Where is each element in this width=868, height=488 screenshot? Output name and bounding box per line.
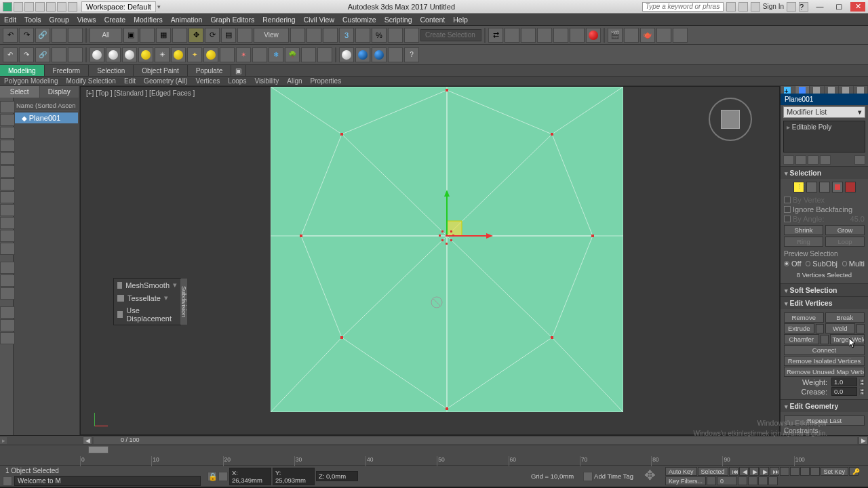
se-tool-13[interactable] xyxy=(0,262,15,274)
rib-sys7[interactable] xyxy=(317,47,332,62)
stack-remove[interactable] xyxy=(820,155,831,165)
lock-icon[interactable]: 🔒 xyxy=(208,472,217,481)
redo-icon[interactable] xyxy=(57,2,66,12)
key-icon[interactable]: 🔑 xyxy=(849,467,859,476)
placement-button[interactable] xyxy=(237,28,252,43)
viewport[interactable]: [+] [Top ] [Standard ] [Edged Faces ] xyxy=(80,86,780,435)
tab-selection[interactable]: Selection xyxy=(89,65,134,76)
se-tool-17[interactable] xyxy=(0,319,15,331)
subdivision-tab[interactable]: Subdivision xyxy=(180,279,187,325)
render-prod-button[interactable]: 🫖 xyxy=(640,28,655,43)
se-tool-18[interactable] xyxy=(0,332,15,344)
se-tool-10[interactable] xyxy=(0,217,15,229)
cmd-tab-motion[interactable] xyxy=(825,86,840,94)
se-tool-15[interactable] xyxy=(0,287,15,300)
shrink-button[interactable]: Shrink xyxy=(784,225,823,235)
rendered-frame-button[interactable] xyxy=(624,28,639,43)
ignore-back-check[interactable]: Ignore Backfacing xyxy=(784,205,865,214)
time-slider[interactable] xyxy=(88,446,108,453)
timeline[interactable]: 010 2030 4050 6070 8090 100 xyxy=(0,445,868,465)
object-name-field[interactable]: Plane001 xyxy=(781,94,868,105)
link-button[interactable]: 🔗 xyxy=(35,28,50,43)
frame-indicator[interactable]: 0 / 100 xyxy=(121,436,140,443)
se-tool-5[interactable] xyxy=(0,152,15,165)
preview-subobj-radio[interactable] xyxy=(806,261,810,266)
signin-link[interactable]: Sign In xyxy=(763,3,784,10)
nav-5[interactable] xyxy=(738,476,747,485)
crease-input[interactable]: 0.0 xyxy=(831,387,857,396)
remove-iso-button[interactable]: Remove Isolated Vertices xyxy=(784,356,865,366)
app-icon[interactable] xyxy=(3,2,12,12)
sub-loops[interactable]: Loops xyxy=(224,77,250,85)
subobj-vertex[interactable] xyxy=(793,182,804,192)
chamfer-settings[interactable] xyxy=(821,335,829,344)
play-start[interactable]: ⏮ xyxy=(729,467,738,476)
sub-align[interactable]: Align xyxy=(283,77,306,85)
rib-render4[interactable] xyxy=(388,47,403,62)
menu-content[interactable]: Content xyxy=(420,16,445,24)
minimize-button[interactable]: — xyxy=(812,2,827,12)
tab-objectpaint[interactable]: Object Paint xyxy=(134,65,187,76)
menu-edit[interactable]: Edit xyxy=(4,16,16,24)
mirror-button[interactable]: ⇄ xyxy=(488,28,503,43)
material-editor-button[interactable] xyxy=(586,28,601,43)
rib-sys1[interactable] xyxy=(220,47,235,62)
rib-redo[interactable]: ↷ xyxy=(19,47,34,62)
track-left[interactable]: ◀ xyxy=(83,436,92,445)
targetweld-button[interactable]: Target Weld xyxy=(830,334,865,344)
play-prev[interactable]: ◀ xyxy=(739,467,749,476)
schematic-button[interactable] xyxy=(570,28,585,43)
meshsmooth-button[interactable]: MeshSmooth ▾ xyxy=(114,279,180,291)
move-button[interactable]: ✥ xyxy=(189,28,203,43)
rib-sys5[interactable]: 🌳 xyxy=(285,47,300,62)
cmd-tab-create[interactable]: + xyxy=(781,86,795,94)
menu-group[interactable]: Group xyxy=(50,16,69,24)
rib-undo[interactable]: ↶ xyxy=(3,47,18,62)
rib-light2[interactable] xyxy=(171,47,186,62)
user-icon[interactable] xyxy=(751,2,760,12)
play-next[interactable]: ▶ xyxy=(760,467,769,476)
sub-verts[interactable]: Vertices xyxy=(192,77,224,85)
stack-editable-poly[interactable]: Editable Poly xyxy=(785,123,863,131)
timecfg-icon[interactable] xyxy=(707,476,716,485)
help-icon[interactable]: ? xyxy=(799,2,808,12)
align-button[interactable] xyxy=(505,28,519,43)
infocenter-icon[interactable] xyxy=(726,2,736,12)
displacement-button[interactable]: Use Displacement xyxy=(114,304,180,325)
rib-render2[interactable] xyxy=(355,47,370,62)
maxscript-icon[interactable] xyxy=(3,476,12,486)
scene-tab-display[interactable]: Display xyxy=(40,86,80,98)
tab-freeform[interactable]: Freeform xyxy=(45,65,90,76)
y-coord[interactable]: Y: 25,093mm xyxy=(273,468,315,485)
sub-props[interactable]: Properties xyxy=(307,77,346,85)
edit-named-button[interactable] xyxy=(404,28,419,43)
se-tool-16[interactable] xyxy=(0,306,15,319)
se-tool-14[interactable] xyxy=(0,274,15,287)
subdivision-panel[interactable]: MeshSmooth ▾ Tessellate ▾ Use Displaceme… xyxy=(113,278,181,325)
se-tool-12[interactable] xyxy=(0,243,15,255)
scale-button[interactable]: ▤ xyxy=(221,28,236,43)
rib-render5[interactable]: ? xyxy=(404,47,419,62)
se-tool-7[interactable] xyxy=(0,178,15,190)
rib-sphere1[interactable] xyxy=(90,47,104,62)
x-coord[interactable]: X: 26,349mm xyxy=(229,468,271,485)
rib-render3[interactable] xyxy=(372,47,387,62)
rib-link[interactable]: 🔗 xyxy=(35,47,50,62)
preview-off-radio[interactable] xyxy=(784,261,789,266)
named-selection-input[interactable] xyxy=(420,29,481,41)
sub-edit[interactable]: Edit xyxy=(120,77,140,85)
rib-sphere3[interactable] xyxy=(122,47,137,62)
se-tool-11[interactable] xyxy=(0,230,15,242)
bind-button[interactable] xyxy=(68,28,83,43)
sub-modsel[interactable]: Modify Selection xyxy=(62,77,120,85)
layers-button[interactable] xyxy=(521,28,536,43)
undo-icon[interactable] xyxy=(46,2,56,12)
nav-1[interactable] xyxy=(780,467,789,476)
render-iterate-button[interactable] xyxy=(656,28,671,43)
extrude-button[interactable]: Extrude xyxy=(784,323,814,333)
menu-customize[interactable]: Customize xyxy=(342,16,376,24)
nav-8[interactable] xyxy=(768,476,778,485)
subobj-border[interactable] xyxy=(819,182,830,192)
maximize-button[interactable]: ▢ xyxy=(831,2,846,12)
menu-help[interactable]: Help xyxy=(453,16,468,24)
